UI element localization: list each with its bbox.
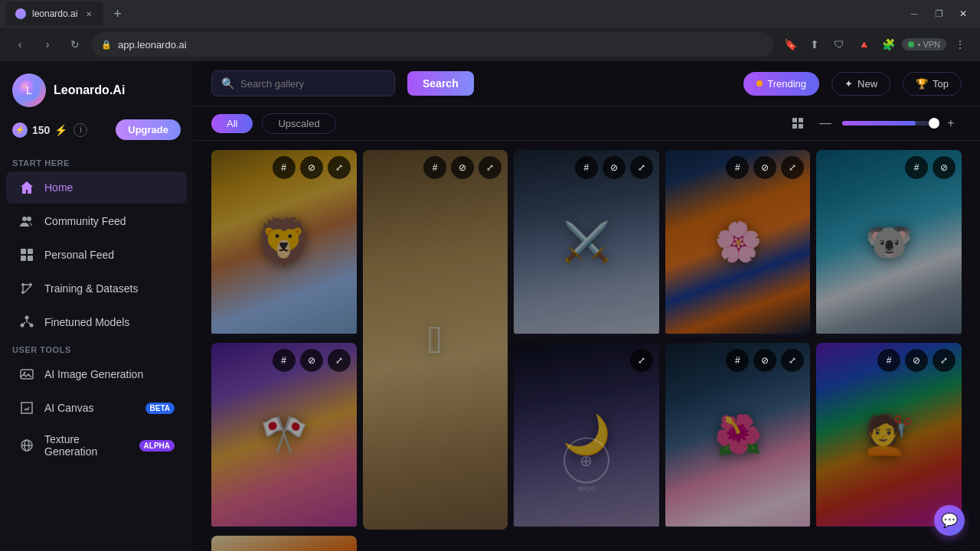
card-actions: # ⊘ ⤢ — [720, 150, 810, 185]
sidebar-item-label: AI Image Generation — [44, 368, 143, 380]
card-actions: # ⊘ ⤢ — [266, 343, 357, 378]
zoom-slider[interactable] — [842, 121, 934, 126]
chat-icon: 💬 — [941, 512, 958, 529]
card-action-2[interactable]: ⊘ — [603, 156, 626, 179]
info-button[interactable]: i — [74, 123, 87, 137]
chat-bubble[interactable]: 💬 — [934, 505, 965, 536]
trending-filter-button[interactable]: Trending — [743, 72, 819, 96]
minimize-button[interactable]: ─ — [903, 3, 925, 24]
card-action-expand[interactable]: ⤢ — [781, 156, 804, 179]
sidebar-item-training-datasets[interactable]: Training & Datasets — [6, 272, 187, 305]
search-input[interactable] — [240, 78, 385, 90]
address-bar[interactable]: 🔒 app.leonardo.ai — [92, 32, 773, 57]
image-card[interactable]: 💇 # ⊘ ⤢ — [816, 343, 962, 530]
card-overlay: # ⊘ ⤢ — [363, 150, 508, 530]
close-button[interactable]: ✕ — [952, 3, 974, 24]
sidebar-item-home[interactable]: Home — [6, 171, 187, 204]
share-button[interactable]: ⬆ — [804, 34, 825, 55]
image-card[interactable]: ⚔️ # ⊘ ⤢ — [514, 150, 659, 337]
sidebar-item-personal-feed[interactable]: Personal Feed — [6, 239, 187, 271]
card-action-expand[interactable]: ⤢ — [479, 156, 501, 179]
browser-chrome: leonardo.ai ✕ + ─ ❐ ✕ ‹ › ↻ 🔒 app.leonar… — [0, 0, 980, 61]
sidebar-item-ai-canvas[interactable]: AI Canvas BETA — [6, 392, 187, 424]
image-card[interactable]: 🎌 # ⊘ ⤢ — [211, 343, 357, 530]
card-actions: # ⊘ ⤢ — [266, 150, 357, 185]
card-action-2[interactable]: ⊘ — [300, 349, 323, 372]
slider-thumb — [929, 118, 939, 129]
sidebar-item-ai-image-generation[interactable]: AI Image Generation — [6, 358, 187, 390]
image-card[interactable]: 🦁 # ⊘ ⤢ — [211, 150, 357, 337]
back-button[interactable]: ‹ — [9, 34, 31, 55]
image-card[interactable]: 🐨 # ⊘ — [816, 150, 962, 337]
maximize-button[interactable]: ❐ — [928, 3, 949, 24]
new-label: New — [858, 78, 877, 90]
new-filter-button[interactable]: ✦ New — [831, 72, 890, 96]
card-action-1[interactable]: # — [423, 156, 446, 179]
extension-icon[interactable]: 🔺 — [853, 34, 874, 55]
card-action-1[interactable]: # — [575, 156, 598, 179]
forward-button[interactable]: › — [37, 34, 58, 55]
image-card[interactable]: 🌺 # ⊘ ⤢ — [665, 343, 811, 530]
card-action-2[interactable]: ⊘ — [451, 156, 474, 179]
app-container: L Leonardo.Ai ⚡ 150 ⚡ i Upgrade Start He… — [0, 61, 980, 551]
card-action-expand[interactable]: ⤢ — [781, 349, 804, 372]
shield-icon[interactable]: 🛡 — [828, 34, 850, 55]
svg-point-10 — [21, 291, 24, 294]
search-button[interactable]: Search — [407, 71, 474, 96]
top-filter-button[interactable]: 🏆 Top — [903, 72, 962, 96]
extensions-button[interactable]: 🧩 — [877, 34, 899, 55]
bookmark-button[interactable]: 🔖 — [779, 34, 801, 55]
card-action-1[interactable]: # — [877, 349, 900, 372]
new-tab-button[interactable]: + — [106, 3, 128, 24]
view-controls: — + — [787, 112, 962, 134]
card-action-2[interactable]: ⊘ — [753, 156, 776, 179]
card-overlay — [211, 536, 357, 551]
avatar: L — [12, 73, 46, 107]
image-card[interactable]: 🌷 — [211, 536, 357, 551]
sidebar-item-community-feed[interactable]: Community Feed — [6, 205, 187, 237]
image-gen-icon — [18, 366, 35, 383]
card-action-expand[interactable]: ⤢ — [328, 349, 351, 372]
card-action-2[interactable]: ⊘ — [300, 156, 323, 179]
card-actions: # ⊘ ⤢ — [720, 343, 810, 378]
card-action-expand[interactable]: ⤢ — [630, 156, 653, 179]
card-action-1[interactable]: # — [273, 349, 296, 372]
card-action-expand[interactable]: ⤢ — [933, 349, 956, 372]
trending-label: Trending — [767, 78, 806, 90]
image-card[interactable]: 🌸 # ⊘ ⤢ — [665, 150, 811, 337]
image-card[interactable]: 𓂀 # ⊘ ⤢ — [363, 150, 508, 530]
card-overlay: # ⊘ ⤢ — [816, 343, 962, 530]
card-action-1[interactable]: # — [726, 156, 749, 179]
zoom-out-button[interactable]: — — [815, 112, 836, 134]
community-icon — [18, 213, 35, 230]
card-action-1[interactable]: # — [726, 349, 749, 372]
svg-point-9 — [29, 283, 32, 286]
card-action-1[interactable]: # — [273, 156, 296, 179]
token-count: ⚡ 150 ⚡ — [12, 122, 67, 138]
upscaled-filter-button[interactable]: Upscaled — [262, 113, 335, 134]
all-filter-button[interactable]: All — [211, 114, 253, 133]
grid-view-button[interactable] — [787, 112, 808, 134]
zoom-in-button[interactable]: + — [940, 112, 962, 134]
sidebar-item-label: Texture Generation — [44, 433, 130, 458]
sidebar-item-texture-generation[interactable]: Texture Generation ALPHA — [6, 425, 187, 465]
menu-button[interactable]: ⋮ — [949, 34, 971, 55]
card-action-expand[interactable]: ⤢ — [328, 156, 351, 179]
logo-text: Leonardo.Ai — [54, 83, 125, 97]
card-action-2[interactable]: ⊘ — [905, 349, 928, 372]
card-action-expand[interactable]: ⤢ — [630, 349, 653, 372]
reload-button[interactable]: ↻ — [64, 34, 86, 55]
tab-close-btn[interactable]: ✕ — [83, 8, 94, 19]
card-action-2[interactable]: ⊘ — [933, 156, 956, 179]
upgrade-button[interactable]: Upgrade — [116, 119, 181, 140]
image-grid: 🦁 # ⊘ ⤢ 𓂀 # ⊘ — [193, 141, 980, 551]
image-card[interactable]: 🌙 ⤢ ⊕ RRCG — [514, 343, 659, 530]
card-action-1[interactable]: # — [905, 156, 928, 179]
search-box[interactable]: 🔍 — [211, 70, 395, 96]
card-action-2[interactable]: ⊘ — [753, 349, 776, 372]
sidebar-item-finetuned-models[interactable]: Finetuned Models — [6, 306, 187, 338]
active-tab[interactable]: leonardo.ai ✕ — [6, 2, 103, 26]
token-icon: ⚡ — [12, 122, 28, 138]
svg-rect-23 — [799, 118, 803, 122]
sub-bar: All Upscaled — + — [193, 106, 980, 141]
